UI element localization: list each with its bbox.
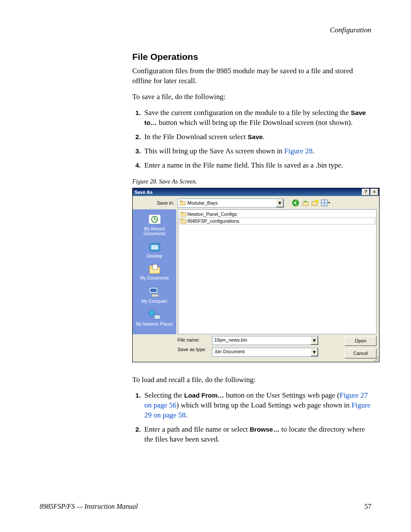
close-button[interactable]: × [371, 189, 378, 196]
back-icon[interactable] [292, 199, 299, 207]
up-one-level-icon[interactable] [302, 199, 309, 206]
load-step-1: Selecting the Load From… button on the U… [143, 391, 371, 420]
file-name-label: File name: [177, 337, 208, 342]
place-desktop[interactable]: Desktop [134, 240, 174, 261]
place-mydocs[interactable]: My Documents [134, 262, 174, 283]
svg-point-19 [149, 310, 155, 316]
dialog-title: Save As [134, 190, 153, 195]
folder-icon [181, 218, 187, 224]
section-heading: File Operations [132, 52, 371, 62]
folder-icon [181, 212, 187, 217]
titlebar: Save As ? × [133, 188, 379, 196]
place-network[interactable]: My Network Places [134, 307, 174, 330]
footer-title: 8985FSP/FS — Instruction Manual [40, 503, 138, 510]
chevron-down-icon[interactable]: ▼ [311, 348, 318, 356]
save-lead: To save a file, do the following: [132, 92, 371, 102]
load-step-2: Enter a path and file name or select Bro… [143, 425, 371, 445]
place-mycomputer[interactable]: My Computer [134, 284, 174, 307]
svg-rect-12 [151, 245, 158, 249]
svg-rect-24 [181, 219, 183, 220]
open-button[interactable]: Open [345, 336, 377, 346]
svg-rect-3 [303, 202, 308, 205]
load-steps: Selecting the Load From… button on the U… [132, 391, 371, 445]
browse-label: Browse… [250, 426, 280, 433]
svg-rect-22 [181, 212, 183, 213]
save-as-type-field[interactable]: .bin Document ▼ [212, 348, 318, 357]
file-list[interactable]: Newton_Panel_Configs 8985FSP_configurati… [178, 209, 377, 334]
load-from-label: Load From… [184, 392, 224, 399]
svg-rect-17 [150, 289, 156, 292]
step-4: Enter a name in the File name field. Thi… [143, 161, 371, 171]
folder-open-icon [180, 200, 186, 205]
resize-grip-icon[interactable] [373, 355, 379, 361]
cancel-button[interactable]: Cancel [345, 348, 377, 358]
list-item[interactable]: Newton_Panel_Configs [179, 211, 375, 218]
svg-point-2 [292, 199, 299, 206]
save-steps: Save the current configuration on the mo… [132, 108, 371, 171]
file-name-field[interactable]: 10pm_news.bin ▼ [212, 336, 318, 345]
svg-rect-20 [154, 315, 160, 319]
page-number: 57 [364, 503, 371, 510]
save-label: Save [248, 133, 263, 140]
save-as-dialog: Save As ? × Save in: Modular_Bays ▼ [132, 188, 380, 362]
save-in-combo[interactable]: Modular_Bays ▼ [177, 199, 284, 208]
views-icon[interactable] [321, 199, 330, 206]
step-2: In the File Download screen select Save. [143, 132, 371, 142]
svg-rect-15 [153, 264, 157, 270]
step-1: Save the current configuration on the mo… [143, 108, 371, 128]
save-in-label: Save in: [135, 200, 174, 205]
figure-28-xref[interactable]: Figure 28 [284, 147, 313, 155]
list-item[interactable]: 8985FSP_configurations [179, 218, 375, 224]
place-recent[interactable]: My Recent Documents [134, 212, 174, 239]
svg-rect-1 [180, 201, 182, 202]
load-lead: To load and recall a file, do the follow… [132, 375, 371, 385]
running-head: Configuration [40, 26, 371, 34]
svg-rect-18 [152, 294, 159, 297]
save-in-value: Modular_Bays [187, 200, 276, 205]
chevron-down-icon[interactable]: ▼ [311, 336, 318, 345]
save-as-type-label: Save as type: [177, 347, 208, 352]
chevron-down-icon[interactable]: ▼ [276, 199, 283, 207]
help-button[interactable]: ? [362, 189, 370, 196]
svg-point-5 [315, 200, 318, 202]
step-3: This will bring up the Save As screen sh… [143, 146, 371, 156]
new-folder-icon[interactable] [311, 199, 318, 206]
places-bar: My Recent Documents Desktop My Documents… [133, 209, 176, 334]
intro-paragraph: Configuration files from the 8985 module… [132, 66, 371, 86]
figure-caption: Figure 28. Save As Screen. [132, 178, 371, 185]
